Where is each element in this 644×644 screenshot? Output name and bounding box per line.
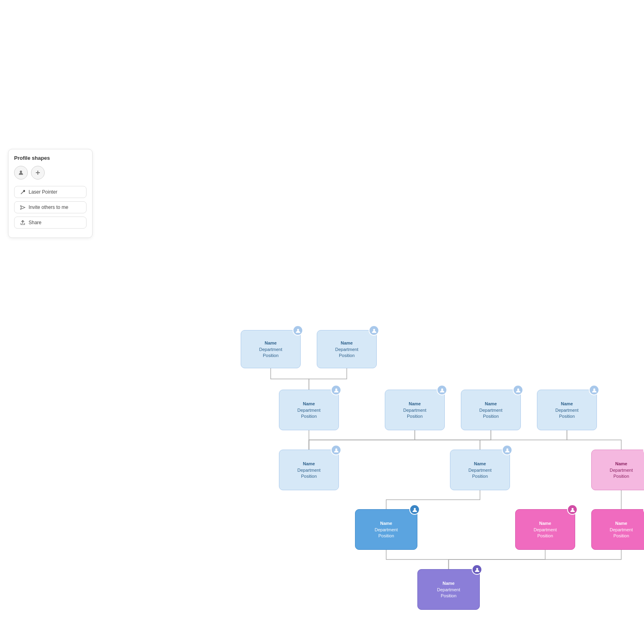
node-label-n13: Name Department Position xyxy=(437,580,460,600)
node-n9[interactable]: Name Department Position xyxy=(591,450,644,490)
avatar-n10 xyxy=(409,504,420,515)
node-label-n9: Name Department Position xyxy=(610,461,633,480)
node-label-n4: Name Department Position xyxy=(297,461,320,480)
avatar-n2 xyxy=(369,325,379,336)
node-label-n7: Name Department Position xyxy=(555,401,578,420)
node-n5[interactable]: Name Department Position xyxy=(385,390,445,430)
node-n12[interactable]: Name Department Position xyxy=(591,509,644,550)
svg-point-9 xyxy=(335,388,337,390)
node-label-n3: Name Department Position xyxy=(297,401,320,420)
node-label-n1: Name Department Position xyxy=(259,340,282,359)
avatar-n6 xyxy=(513,385,523,395)
node-n7[interactable]: Name Department Position xyxy=(537,390,597,430)
svg-point-16 xyxy=(414,508,416,510)
node-n11[interactable]: Name Department Position xyxy=(515,509,575,550)
avatar-n3 xyxy=(331,385,341,395)
avatar-n5 xyxy=(437,385,447,395)
avatar-n1 xyxy=(293,325,303,336)
avatar-n11 xyxy=(567,504,578,515)
svg-point-17 xyxy=(572,508,574,510)
svg-point-14 xyxy=(506,448,508,450)
node-n6[interactable]: Name Department Position xyxy=(461,390,521,430)
svg-point-13 xyxy=(593,388,595,390)
node-n3[interactable]: Name Department Position xyxy=(279,390,339,430)
svg-point-19 xyxy=(476,568,478,570)
node-label-n5: Name Department Position xyxy=(403,401,426,420)
node-n4[interactable]: Name Department Position xyxy=(279,450,339,490)
svg-point-7 xyxy=(297,329,299,331)
node-label-n11: Name Department Position xyxy=(534,520,557,540)
avatar-n4 xyxy=(331,445,341,455)
node-n1[interactable]: Name Department Position xyxy=(241,330,301,368)
avatar-n13 xyxy=(472,564,482,575)
svg-point-11 xyxy=(441,388,443,390)
node-label-n8: Name Department Position xyxy=(469,461,491,480)
svg-point-8 xyxy=(373,329,375,331)
orgchart-area: Name Department Position Name Department… xyxy=(0,0,644,644)
node-label-n10: Name Department Position xyxy=(375,520,398,540)
avatar-n8 xyxy=(502,445,512,455)
avatar-n7 xyxy=(589,385,599,395)
svg-point-10 xyxy=(335,448,337,450)
svg-point-12 xyxy=(517,388,519,390)
node-n10[interactable]: Name Department Position xyxy=(355,509,417,550)
node-label-n2: Name Department Position xyxy=(335,340,358,359)
node-label-n6: Name Department Position xyxy=(479,401,502,420)
node-n8[interactable]: Name Department Position xyxy=(450,450,510,490)
node-label-n12: Name Department Position xyxy=(610,520,633,540)
node-n2[interactable]: Name Department Position xyxy=(317,330,377,368)
node-n13[interactable]: Name Department Position xyxy=(417,569,480,610)
